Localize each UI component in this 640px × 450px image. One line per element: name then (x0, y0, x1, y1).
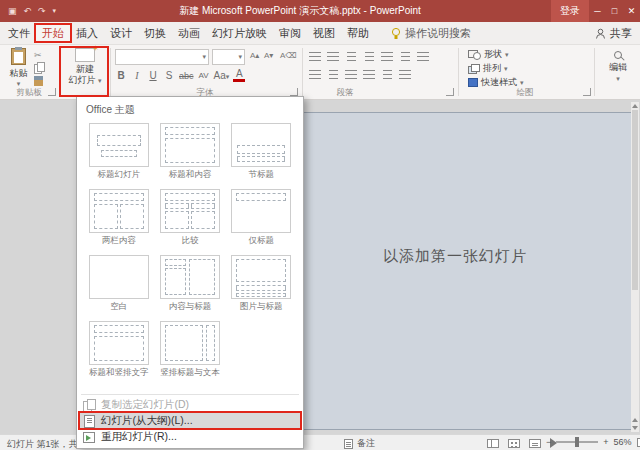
previous-slide-icon[interactable] (632, 418, 638, 422)
reuse-slides-icon (83, 431, 95, 443)
increase-indent-icon[interactable] (362, 51, 376, 62)
slide-placeholder-text[interactable]: 以添加第一张幻灯片 (383, 247, 527, 266)
tell-me-search[interactable]: 操作说明搜索 (391, 22, 471, 44)
font-color-button[interactable]: A (233, 69, 245, 82)
clear-formatting-button[interactable]: A⌫ (280, 51, 297, 60)
normal-view-button[interactable] (487, 439, 499, 448)
tab-help[interactable]: 帮助 (341, 22, 375, 44)
shapes-button[interactable]: 形状 ▾ (468, 49, 509, 60)
layout-title-only[interactable]: 仅标题 (226, 189, 297, 247)
zoom-out-button[interactable]: − (546, 437, 551, 447)
align-left-icon[interactable] (308, 69, 322, 80)
strikethrough-button[interactable]: abc (179, 71, 194, 81)
chevron-down-icon: ▾ (202, 53, 206, 61)
zoom-slider-thumb[interactable] (575, 437, 579, 447)
editing-button[interactable]: 编辑 ▾ (600, 51, 636, 84)
decrease-indent-icon[interactable] (344, 51, 358, 62)
layout-vertical-title-and-text[interactable]: 竖排标题与文本 (154, 321, 225, 379)
tab-review[interactable]: 审阅 (273, 22, 307, 44)
close-button[interactable]: ✕ (623, 0, 640, 22)
tab-animations[interactable]: 动画 (172, 22, 206, 44)
tab-design[interactable]: 设计 (104, 22, 138, 44)
menu-item-slides-from-outline[interactable]: 幻灯片(从大纲)(L)... (79, 413, 301, 429)
paragraph-dialog-launcher[interactable] (446, 88, 454, 96)
scroll-up-icon[interactable] (632, 104, 638, 108)
character-spacing-button[interactable]: AV (198, 71, 210, 80)
notes-button[interactable]: 备注 (344, 437, 375, 450)
layout-comparison[interactable]: 比较 (154, 189, 225, 247)
zoom-level[interactable]: 56% (614, 437, 632, 447)
qat-customize-icon[interactable]: ▾ (53, 7, 57, 15)
underline-button[interactable]: U (147, 70, 159, 81)
tab-transitions[interactable]: 切换 (138, 22, 172, 44)
decrease-font-size-button[interactable]: A▾ (264, 51, 273, 60)
columns-icon[interactable] (380, 69, 394, 80)
justify-icon[interactable] (362, 69, 376, 80)
align-text-icon[interactable] (416, 51, 430, 62)
dropdown-header: Office 主题 (77, 97, 303, 121)
tab-slideshow[interactable]: 幻灯片放映 (206, 22, 273, 44)
layout-thumbnail (231, 123, 291, 167)
vertical-scrollbar[interactable] (631, 102, 639, 432)
next-slide-icon[interactable] (632, 426, 638, 430)
menu-item-duplicate-selected-slides: 复制选定幻灯片(D) (79, 397, 301, 413)
slide-sorter-view-button[interactable] (508, 439, 520, 448)
tab-insert[interactable]: 插入 (70, 22, 104, 44)
layout-title-and-content[interactable]: 标题和内容 (154, 123, 225, 181)
new-slide-button[interactable]: ✶ 新建 幻灯片 ▾ (62, 47, 108, 97)
share-button[interactable]: 共享 (595, 22, 632, 45)
layout-picture-with-caption[interactable]: 图片与标题 (226, 255, 297, 313)
line-spacing-icon[interactable] (380, 51, 394, 62)
font-name-combobox[interactable]: ▾ (115, 49, 209, 65)
slides-from-outline-icon (83, 415, 95, 427)
align-center-icon[interactable] (326, 69, 340, 80)
text-shadow-button[interactable]: S (163, 70, 175, 81)
italic-button[interactable]: I (131, 70, 143, 81)
chevron-down-icon: ▾ (98, 77, 102, 84)
text-direction-icon[interactable] (398, 51, 412, 62)
numbered-list-icon[interactable] (326, 51, 340, 62)
save-icon[interactable]: ▣ (8, 6, 17, 16)
arrange-button[interactable]: 排列 ▾ (468, 63, 508, 74)
clipboard-dialog-launcher[interactable] (48, 88, 56, 96)
redo-icon[interactable]: ↷ (38, 6, 46, 16)
change-case-button[interactable]: Aa▾ (214, 70, 230, 81)
layout-title-and-vertical-text[interactable]: 标题和竖排文字 (83, 321, 154, 379)
tab-home[interactable]: 开始 (36, 22, 70, 44)
menu-item-reuse-slides[interactable]: 重用幻灯片(R)... (79, 429, 301, 445)
layout-content-with-caption[interactable]: 内容与标题 (154, 255, 225, 313)
smartart-convert-icon[interactable] (398, 69, 412, 80)
maximize-button[interactable]: □ (606, 0, 623, 22)
sign-in-button[interactable]: 登录 (551, 0, 589, 22)
minimize-button[interactable]: ─ (589, 0, 606, 22)
layout-two-content[interactable]: 两栏内容 (83, 189, 154, 247)
font-size-combobox[interactable]: ▾ (212, 49, 245, 65)
bullet-list-icon[interactable] (308, 51, 322, 62)
zoom-in-button[interactable]: + (603, 437, 608, 447)
font-dialog-launcher[interactable] (290, 88, 298, 96)
undo-icon[interactable]: ↶ (24, 6, 32, 16)
fit-to-window-icon[interactable] (637, 438, 640, 447)
tab-view[interactable]: 视图 (307, 22, 341, 44)
format-painter-button[interactable] (34, 75, 44, 86)
increase-font-size-button[interactable]: A▴ (250, 51, 259, 60)
arrange-icon (468, 64, 480, 74)
chevron-down-icon: ▾ (238, 53, 242, 61)
tab-file[interactable]: 文件 (2, 22, 36, 44)
paste-button[interactable]: 粘贴 ▾ (5, 47, 32, 88)
zoom-slider[interactable] (556, 441, 598, 443)
reading-view-button[interactable] (529, 439, 541, 448)
copy-button[interactable] (34, 62, 44, 73)
layout-blank[interactable]: 空白 (83, 255, 154, 313)
ribbon-tab-row: 文件 开始 插入 设计 切换 动画 幻灯片放映 审阅 视图 帮助 操作说明搜索 … (0, 22, 640, 45)
format-painter-icon (34, 76, 43, 86)
bold-button[interactable]: B (115, 70, 127, 81)
align-right-icon[interactable] (344, 69, 358, 80)
drawing-dialog-launcher[interactable] (583, 88, 591, 96)
layout-section-header[interactable]: 节标题 (226, 123, 297, 181)
copy-icon (34, 62, 44, 73)
cut-button[interactable]: ✂ (34, 49, 44, 60)
layout-title-slide[interactable]: 标题幻灯片 (83, 123, 154, 181)
chevron-down-icon: ▾ (504, 65, 508, 73)
scrollbar-thumb[interactable] (632, 110, 638, 290)
